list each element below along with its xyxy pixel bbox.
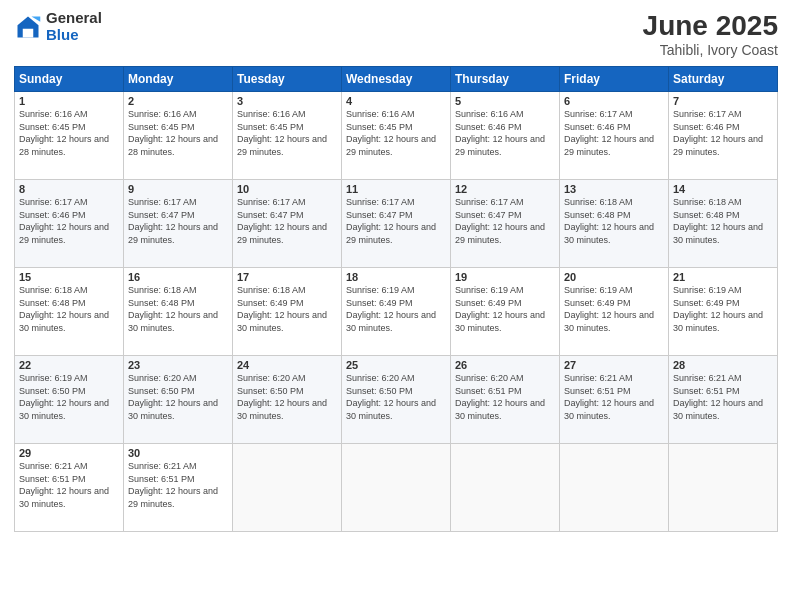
header-wednesday: Wednesday	[342, 67, 451, 92]
cell-info: Sunrise: 6:17 AMSunset: 6:47 PMDaylight:…	[128, 196, 228, 246]
cell-date: 21	[673, 271, 773, 283]
cell-info: Sunrise: 6:17 AMSunset: 6:47 PMDaylight:…	[455, 196, 555, 246]
cell-info: Sunrise: 6:18 AMSunset: 6:48 PMDaylight:…	[673, 196, 773, 246]
table-row	[451, 444, 560, 532]
logo-general-label: General	[46, 10, 102, 27]
title-block: June 2025 Tahibli, Ivory Coast	[643, 10, 778, 58]
cell-info: Sunrise: 6:19 AMSunset: 6:49 PMDaylight:…	[564, 284, 664, 334]
cell-date: 28	[673, 359, 773, 371]
table-row: 2 Sunrise: 6:16 AMSunset: 6:45 PMDayligh…	[124, 92, 233, 180]
page: General Blue June 2025 Tahibli, Ivory Co…	[0, 0, 792, 612]
svg-rect-2	[23, 28, 34, 37]
cell-date: 16	[128, 271, 228, 283]
header-tuesday: Tuesday	[233, 67, 342, 92]
cell-date: 17	[237, 271, 337, 283]
table-row: 1 Sunrise: 6:16 AMSunset: 6:45 PMDayligh…	[15, 92, 124, 180]
table-row: 18 Sunrise: 6:19 AMSunset: 6:49 PMDaylig…	[342, 268, 451, 356]
cell-info: Sunrise: 6:20 AMSunset: 6:50 PMDaylight:…	[237, 372, 337, 422]
cell-date: 30	[128, 447, 228, 459]
logo: General Blue	[14, 10, 102, 43]
table-row: 9 Sunrise: 6:17 AMSunset: 6:47 PMDayligh…	[124, 180, 233, 268]
table-row: 20 Sunrise: 6:19 AMSunset: 6:49 PMDaylig…	[560, 268, 669, 356]
table-row: 16 Sunrise: 6:18 AMSunset: 6:48 PMDaylig…	[124, 268, 233, 356]
cell-date: 1	[19, 95, 119, 107]
cell-info: Sunrise: 6:16 AMSunset: 6:46 PMDaylight:…	[455, 108, 555, 158]
cell-info: Sunrise: 6:18 AMSunset: 6:49 PMDaylight:…	[237, 284, 337, 334]
header: General Blue June 2025 Tahibli, Ivory Co…	[14, 10, 778, 58]
cell-info: Sunrise: 6:16 AMSunset: 6:45 PMDaylight:…	[128, 108, 228, 158]
table-row: 12 Sunrise: 6:17 AMSunset: 6:47 PMDaylig…	[451, 180, 560, 268]
table-row: 21 Sunrise: 6:19 AMSunset: 6:49 PMDaylig…	[669, 268, 778, 356]
cell-date: 29	[19, 447, 119, 459]
cell-info: Sunrise: 6:21 AMSunset: 6:51 PMDaylight:…	[564, 372, 664, 422]
cell-info: Sunrise: 6:21 AMSunset: 6:51 PMDaylight:…	[673, 372, 773, 422]
cell-info: Sunrise: 6:18 AMSunset: 6:48 PMDaylight:…	[564, 196, 664, 246]
table-row: 23 Sunrise: 6:20 AMSunset: 6:50 PMDaylig…	[124, 356, 233, 444]
cell-date: 2	[128, 95, 228, 107]
cell-date: 22	[19, 359, 119, 371]
table-row: 7 Sunrise: 6:17 AMSunset: 6:46 PMDayligh…	[669, 92, 778, 180]
cell-info: Sunrise: 6:21 AMSunset: 6:51 PMDaylight:…	[19, 460, 119, 510]
table-row: 8 Sunrise: 6:17 AMSunset: 6:46 PMDayligh…	[15, 180, 124, 268]
cell-info: Sunrise: 6:19 AMSunset: 6:49 PMDaylight:…	[455, 284, 555, 334]
table-row	[233, 444, 342, 532]
header-sunday: Sunday	[15, 67, 124, 92]
month-year-title: June 2025	[643, 10, 778, 42]
table-row: 11 Sunrise: 6:17 AMSunset: 6:47 PMDaylig…	[342, 180, 451, 268]
calendar-week-row: 15 Sunrise: 6:18 AMSunset: 6:48 PMDaylig…	[15, 268, 778, 356]
cell-date: 15	[19, 271, 119, 283]
table-row: 28 Sunrise: 6:21 AMSunset: 6:51 PMDaylig…	[669, 356, 778, 444]
logo-icon	[14, 13, 42, 41]
table-row: 25 Sunrise: 6:20 AMSunset: 6:50 PMDaylig…	[342, 356, 451, 444]
cell-date: 5	[455, 95, 555, 107]
table-row: 4 Sunrise: 6:16 AMSunset: 6:45 PMDayligh…	[342, 92, 451, 180]
cell-info: Sunrise: 6:16 AMSunset: 6:45 PMDaylight:…	[237, 108, 337, 158]
cell-info: Sunrise: 6:16 AMSunset: 6:45 PMDaylight:…	[346, 108, 446, 158]
header-friday: Friday	[560, 67, 669, 92]
cell-info: Sunrise: 6:17 AMSunset: 6:47 PMDaylight:…	[346, 196, 446, 246]
table-row: 3 Sunrise: 6:16 AMSunset: 6:45 PMDayligh…	[233, 92, 342, 180]
cell-date: 6	[564, 95, 664, 107]
location-label: Tahibli, Ivory Coast	[643, 42, 778, 58]
table-row: 5 Sunrise: 6:16 AMSunset: 6:46 PMDayligh…	[451, 92, 560, 180]
header-monday: Monday	[124, 67, 233, 92]
cell-info: Sunrise: 6:20 AMSunset: 6:51 PMDaylight:…	[455, 372, 555, 422]
calendar-week-row: 1 Sunrise: 6:16 AMSunset: 6:45 PMDayligh…	[15, 92, 778, 180]
cell-date: 25	[346, 359, 446, 371]
cell-date: 26	[455, 359, 555, 371]
cell-info: Sunrise: 6:20 AMSunset: 6:50 PMDaylight:…	[346, 372, 446, 422]
cell-date: 4	[346, 95, 446, 107]
calendar-week-row: 29 Sunrise: 6:21 AMSunset: 6:51 PMDaylig…	[15, 444, 778, 532]
cell-info: Sunrise: 6:21 AMSunset: 6:51 PMDaylight:…	[128, 460, 228, 510]
cell-info: Sunrise: 6:17 AMSunset: 6:47 PMDaylight:…	[237, 196, 337, 246]
cell-date: 20	[564, 271, 664, 283]
cell-date: 9	[128, 183, 228, 195]
cell-date: 18	[346, 271, 446, 283]
header-saturday: Saturday	[669, 67, 778, 92]
cell-date: 13	[564, 183, 664, 195]
cell-info: Sunrise: 6:19 AMSunset: 6:49 PMDaylight:…	[346, 284, 446, 334]
cell-date: 8	[19, 183, 119, 195]
calendar-week-row: 8 Sunrise: 6:17 AMSunset: 6:46 PMDayligh…	[15, 180, 778, 268]
table-row: 14 Sunrise: 6:18 AMSunset: 6:48 PMDaylig…	[669, 180, 778, 268]
table-row	[560, 444, 669, 532]
table-row: 30 Sunrise: 6:21 AMSunset: 6:51 PMDaylig…	[124, 444, 233, 532]
calendar-header-row: Sunday Monday Tuesday Wednesday Thursday…	[15, 67, 778, 92]
cell-date: 19	[455, 271, 555, 283]
cell-date: 24	[237, 359, 337, 371]
table-row: 6 Sunrise: 6:17 AMSunset: 6:46 PMDayligh…	[560, 92, 669, 180]
cell-info: Sunrise: 6:17 AMSunset: 6:46 PMDaylight:…	[19, 196, 119, 246]
cell-info: Sunrise: 6:19 AMSunset: 6:49 PMDaylight:…	[673, 284, 773, 334]
calendar-table: Sunday Monday Tuesday Wednesday Thursday…	[14, 66, 778, 532]
table-row: 26 Sunrise: 6:20 AMSunset: 6:51 PMDaylig…	[451, 356, 560, 444]
calendar-week-row: 22 Sunrise: 6:19 AMSunset: 6:50 PMDaylig…	[15, 356, 778, 444]
cell-info: Sunrise: 6:16 AMSunset: 6:45 PMDaylight:…	[19, 108, 119, 158]
table-row	[342, 444, 451, 532]
table-row: 15 Sunrise: 6:18 AMSunset: 6:48 PMDaylig…	[15, 268, 124, 356]
table-row: 27 Sunrise: 6:21 AMSunset: 6:51 PMDaylig…	[560, 356, 669, 444]
cell-info: Sunrise: 6:18 AMSunset: 6:48 PMDaylight:…	[128, 284, 228, 334]
table-row: 22 Sunrise: 6:19 AMSunset: 6:50 PMDaylig…	[15, 356, 124, 444]
cell-date: 27	[564, 359, 664, 371]
cell-date: 10	[237, 183, 337, 195]
cell-info: Sunrise: 6:20 AMSunset: 6:50 PMDaylight:…	[128, 372, 228, 422]
